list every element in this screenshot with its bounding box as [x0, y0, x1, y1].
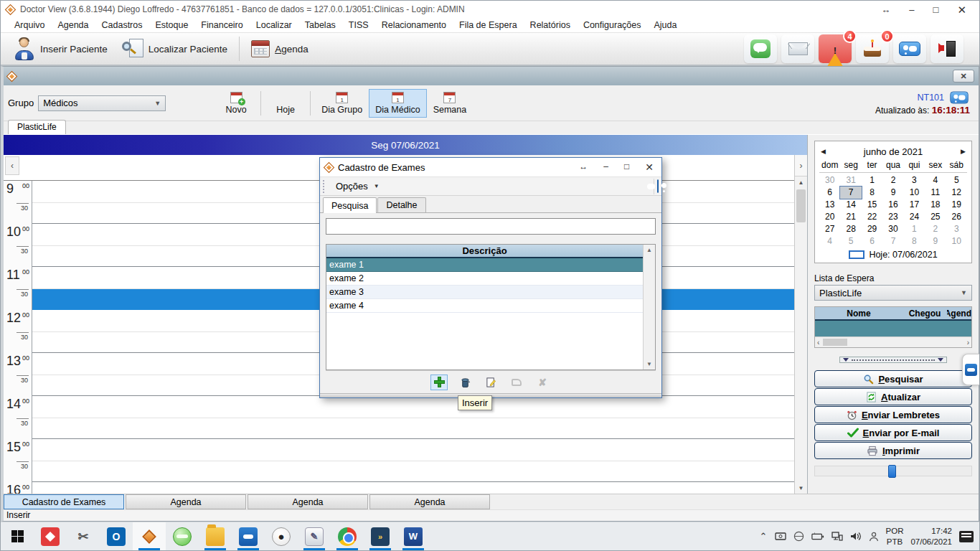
minimize-icon[interactable]: – [909, 5, 914, 14]
delete-record-button[interactable] [456, 375, 473, 390]
alerts-button[interactable]: ! 4 [819, 34, 852, 63]
agenda-close-icon[interactable]: ✕ [953, 70, 974, 83]
mail-button[interactable] [781, 34, 814, 63]
cancel-record-button[interactable]: ✘ [534, 375, 551, 390]
taskbar-teamviewer[interactable] [232, 522, 265, 550]
menu-item[interactable]: Ajuda [648, 19, 684, 32]
hscroll-thumb[interactable] [823, 339, 847, 346]
scroll-down-icon[interactable]: ▼ [646, 361, 652, 367]
menu-item[interactable]: Configurações [577, 19, 648, 32]
calendar-day[interactable]: 5 [946, 174, 967, 187]
waitlist-select[interactable]: PlasticLife▼ [814, 285, 972, 301]
col-nome[interactable]: Nome [815, 309, 903, 319]
exam-row[interactable]: exame 4 [326, 299, 643, 313]
calendar-day[interactable]: 4 [819, 235, 840, 248]
calendar-day[interactable]: 18 [925, 199, 946, 211]
taskbar-outlook[interactable]: O [100, 522, 133, 550]
enviar-lembretes-button[interactable]: Enviar Lembretes [814, 406, 972, 423]
opcoes-menu[interactable]: Opções▼ [331, 179, 384, 193]
menu-item[interactable]: Fila de Espera [453, 19, 524, 32]
next-month-icon[interactable]: ▶ [959, 148, 967, 155]
calendar-day[interactable]: 15 [862, 199, 882, 211]
calendar-day[interactable]: 6 [819, 187, 840, 199]
novo-button[interactable]: + Novo [216, 89, 256, 118]
calendar-day[interactable]: 2 [925, 223, 946, 235]
calendar-day[interactable]: 10 [904, 187, 925, 199]
clock[interactable]: 17:4207/06/2021 [910, 526, 952, 547]
prev-day-icon[interactable]: ‹ [5, 156, 19, 175]
action-center-icon[interactable] [959, 531, 974, 542]
today-label[interactable]: Hoje: 07/06/2021 [869, 250, 937, 260]
tab-pesquisa[interactable]: Pesquisa [323, 197, 377, 213]
menu-item[interactable]: Arquivo [8, 19, 51, 32]
calendar-day[interactable]: 24 [904, 211, 925, 223]
calendar-day[interactable]: 30 [819, 174, 840, 187]
locate-patient-button[interactable]: Localizar Paciente [115, 34, 235, 63]
timeslot[interactable] [32, 482, 794, 494]
calendar-day[interactable]: 21 [840, 211, 861, 223]
atualizar-button[interactable]: Atualizar [814, 388, 972, 405]
maximize-icon[interactable]: □ [933, 5, 939, 14]
scroll-right-icon[interactable]: › [965, 339, 971, 347]
calendar-day[interactable]: 6 [862, 235, 882, 248]
hoje-button[interactable]: Hoje [265, 89, 306, 118]
calendar-day[interactable]: 2 [882, 174, 903, 187]
birthday-button[interactable]: 0 [856, 34, 889, 63]
start-button[interactable] [1, 522, 34, 550]
task-tab[interactable]: Agenda [126, 494, 246, 509]
battery-icon[interactable] [811, 532, 824, 541]
taskbar-firebird[interactable]: ● [265, 522, 298, 550]
exam-row[interactable]: exame 3 [326, 286, 643, 299]
network-icon[interactable] [831, 532, 843, 541]
menu-item[interactable]: Cadastros [95, 19, 149, 32]
resize-icon[interactable]: ↔ [881, 5, 890, 14]
taskbar-word[interactable]: W [397, 522, 430, 550]
taskbar-file-explorer[interactable] [199, 522, 232, 550]
dialog-maximize-icon[interactable]: □ [624, 161, 629, 173]
calendar-day[interactable]: 19 [946, 199, 967, 211]
insert-record-button[interactable] [430, 375, 448, 390]
exam-table-header[interactable]: Descrição [326, 245, 643, 258]
menu-item[interactable]: Relatórios [524, 19, 577, 32]
calendar-day[interactable]: 23 [882, 211, 903, 223]
group-select[interactable]: Médicos▼ [38, 95, 166, 111]
taskbar-notepad[interactable]: ✎ [298, 522, 331, 550]
timeslot[interactable] [32, 396, 794, 418]
zoom-slider[interactable] [814, 466, 972, 476]
calendar-day[interactable]: 7 [882, 235, 903, 248]
imprimir-button[interactable]: Imprimir [814, 442, 972, 459]
agenda-scrollbar[interactable]: › ▲ ▼ [794, 155, 807, 494]
menu-item[interactable]: Agenda [51, 19, 95, 32]
people-chat-icon[interactable] [657, 179, 659, 193]
task-tab[interactable]: Agenda [369, 494, 490, 509]
calendar-day[interactable]: 13 [819, 199, 840, 211]
semana-button[interactable]: 7 Semana [427, 89, 473, 118]
calendar-day[interactable]: 11 [925, 187, 946, 199]
prev-month-icon[interactable]: ◀ [819, 148, 827, 155]
close-icon[interactable]: ✕ [957, 4, 966, 15]
exam-row[interactable]: exame 1 [326, 258, 643, 272]
calendar-day[interactable]: 12 [946, 187, 967, 199]
calendar-day[interactable]: 5 [840, 235, 861, 248]
taskbar-chrome[interactable] [331, 522, 364, 550]
timeslot[interactable] [32, 439, 794, 461]
volume-icon[interactable] [850, 532, 862, 541]
drag-grip[interactable] [323, 180, 326, 193]
calendar-day[interactable]: 20 [819, 211, 840, 223]
taskbar-doctorview[interactable] [133, 522, 166, 550]
exam-table-scrollbar[interactable]: ▲ ▼ [643, 245, 655, 369]
calendar-day[interactable]: 16 [882, 199, 903, 211]
dia-grupo-button[interactable]: 1 Dia Grupo [315, 89, 369, 118]
insert-patient-button[interactable]: Inserir Paciente [6, 34, 115, 63]
menu-item[interactable]: Tabelas [298, 19, 342, 32]
calendar-day[interactable]: 8 [862, 187, 882, 199]
dialog-close-icon[interactable]: ✕ [645, 161, 654, 173]
calendar-day[interactable]: 25 [925, 211, 946, 223]
contacts-button[interactable] [893, 34, 926, 63]
taskbar-spotify[interactable] [166, 522, 199, 550]
tray-expand-icon[interactable]: ⌃ [760, 531, 768, 542]
menu-item[interactable]: Localizar [250, 19, 298, 32]
calendar-day[interactable]: 7 [840, 187, 861, 199]
search-input[interactable] [326, 218, 656, 235]
exam-row[interactable]: exame 2 [326, 272, 643, 286]
